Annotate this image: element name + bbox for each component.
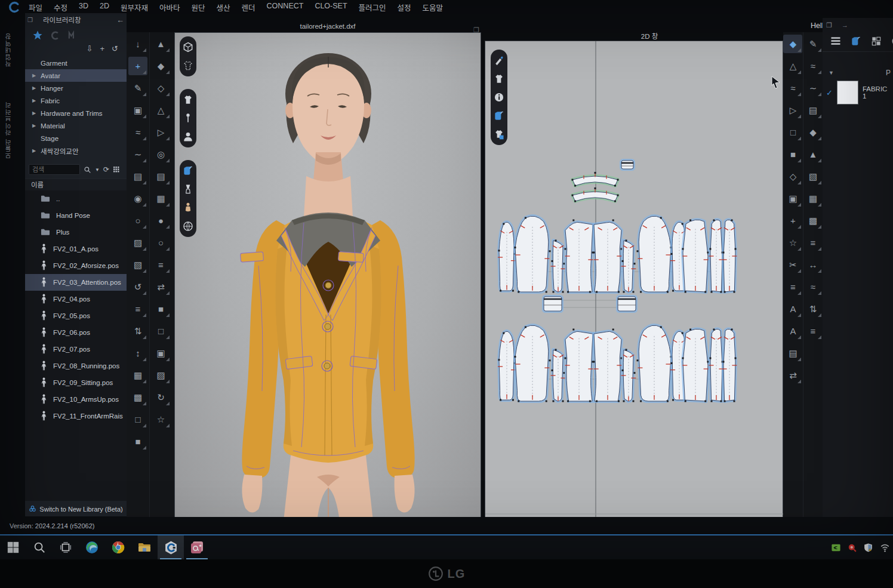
menu-item--[interactable]: 플러그인: [359, 2, 386, 13]
grid-view-icon[interactable]: [113, 166, 120, 173]
wifi-tray-icon[interactable]: [879, 543, 891, 553]
list-item-pose[interactable]: FV2_11_FrontArmRais: [25, 408, 127, 424]
list-item-pose[interactable]: FV2_08_Running.pos: [25, 358, 127, 374]
topstitch-tool[interactable]: ≡: [803, 233, 823, 252]
download-icon[interactable]: ⇩: [87, 44, 93, 53]
free-sewing-tool[interactable]: ∼: [803, 79, 823, 97]
pen-icon[interactable]: [492, 54, 506, 67]
expand-arrow-icon[interactable]: ▶: [32, 123, 41, 128]
pattern-piece-collar-upper[interactable]: [572, 172, 619, 187]
zipper-tool[interactable]: ≡: [152, 255, 171, 274]
chrome-browser-icon[interactable]: [105, 535, 131, 559]
pattern-piece-back-side-a-2[interactable]: [709, 329, 724, 402]
expand-arrow-icon[interactable]: ▶: [32, 148, 41, 153]
menu-item--[interactable]: 도움말: [423, 2, 444, 13]
remove-pin-tool[interactable]: ○: [128, 211, 147, 230]
pattern-piece-side-panel-right-2[interactable]: [621, 349, 636, 402]
tack-tool[interactable]: ☆: [152, 410, 171, 429]
segment-sewing-tool[interactable]: ≈: [128, 123, 147, 141]
pattern-piece-back-side-b[interactable]: [722, 220, 737, 293]
list-item-pose[interactable]: FV2_09_Sitting.pos: [25, 374, 127, 391]
expand-arrow-icon[interactable]: ▶: [32, 98, 41, 103]
knit-texture-tool[interactable]: ▦: [803, 189, 823, 208]
list-item-pose[interactable]: FV2_06.pos: [25, 324, 127, 341]
text-tool[interactable]: A: [783, 300, 802, 318]
pattern-piece-front-left-2[interactable]: [565, 329, 594, 402]
zigzag-stitch-tool[interactable]: ≈: [803, 278, 823, 296]
flatten-leg-tool[interactable]: △: [152, 101, 171, 119]
menu-item--[interactable]: 원부자재: [121, 2, 148, 13]
padding-c-tool[interactable]: ▣: [152, 344, 171, 362]
steam-tool[interactable]: ◎: [152, 145, 171, 164]
expander-chevron-icon[interactable]: ▼: [829, 70, 834, 76]
viewport-2d[interactable]: [485, 41, 783, 521]
sidebar-item-hardware-and-trims[interactable]: ▶Hardware and Trims: [25, 107, 127, 119]
puckering-tool[interactable]: ▧: [803, 167, 823, 186]
menu-item--[interactable]: 설정: [398, 2, 411, 13]
intersect-tool[interactable]: +: [783, 211, 802, 230]
list-item-pose[interactable]: FV2_10_ArmsUp.pos: [25, 391, 127, 408]
tshirt-icon[interactable]: [492, 72, 506, 85]
list-item-folder[interactable]: Hand Pose: [25, 207, 127, 224]
buttonhole-tool[interactable]: ○: [152, 233, 171, 252]
undo-icon[interactable]: ↺: [112, 44, 118, 53]
tab-pattern[interactable]: [869, 35, 883, 51]
pattern-piece-front-right-2[interactable]: [593, 329, 623, 402]
iron-tool[interactable]: ◆: [803, 123, 823, 141]
transform-pattern-tool[interactable]: ◆: [783, 35, 802, 53]
menu-item-clo-set[interactable]: CLO-SET: [315, 2, 347, 13]
menu-item-2d[interactable]: 2D: [100, 2, 109, 13]
padding-d-tool[interactable]: ▨: [152, 366, 171, 384]
pin-icon[interactable]: [181, 112, 195, 125]
color-picker-tray-icon[interactable]: [847, 543, 857, 553]
pattern-piece-side-panel-left-2[interactable]: [551, 349, 566, 402]
edge-browser-icon[interactable]: [79, 535, 105, 559]
import-tool[interactable]: ↓: [128, 35, 147, 53]
fuse-tool[interactable]: ↻: [152, 388, 171, 407]
edit-pattern-tool[interactable]: △: [783, 57, 802, 75]
sidebar-item-material[interactable]: ▶Material: [25, 119, 127, 132]
flip-garment-tool[interactable]: ▲: [803, 145, 823, 164]
add-point-tool[interactable]: ▷: [783, 101, 802, 119]
clo-set-taskbar-icon[interactable]: [184, 535, 210, 559]
pattern-piece-side-panel-right[interactable]: [621, 240, 636, 293]
list-item-folder[interactable]: Plus: [25, 224, 127, 241]
sidebar-item-stage[interactable]: Stage: [25, 132, 127, 144]
mannequin-icon[interactable]: [181, 201, 195, 214]
nvidia-tray-icon[interactable]: [831, 543, 841, 553]
lift-garment-tool[interactable]: ⇅: [128, 322, 147, 340]
menu-item--[interactable]: 파일: [29, 2, 42, 13]
menu-item--[interactable]: 원단: [192, 2, 205, 13]
list-item-pose[interactable]: FV2_07.pos: [25, 341, 127, 358]
clone-pattern-tool[interactable]: ▣: [783, 189, 802, 208]
spotlight-icon[interactable]: [181, 183, 195, 196]
list-item-pose[interactable]: FV2_03_Attention.pos: [25, 274, 127, 291]
button-tool[interactable]: ●: [152, 211, 171, 230]
person-icon[interactable]: [181, 130, 195, 143]
menu-item--[interactable]: 아바타: [159, 2, 180, 13]
fold-arrangement-tool[interactable]: ▨: [128, 233, 147, 252]
edit-curvature-tool[interactable]: ≈: [783, 79, 802, 97]
fabric-icon[interactable]: [181, 164, 195, 177]
seam-allowance-tool[interactable]: ≡: [783, 278, 802, 296]
tape-measure-tool[interactable]: ≡: [128, 300, 147, 318]
globe-icon[interactable]: [181, 220, 195, 233]
pattern-piece-waistband-right[interactable]: [618, 297, 636, 311]
collapse-panel-icon[interactable]: ←: [116, 16, 124, 24]
fabric-icon[interactable]: [492, 109, 506, 122]
list-item-pose[interactable]: FV2_05.pos: [25, 307, 127, 324]
pin-tool[interactable]: ◉: [128, 189, 147, 208]
sculpt-tool[interactable]: ✎: [128, 79, 147, 97]
detect-sewing-tool[interactable]: ▤: [128, 167, 147, 186]
docked-tab-1[interactable]: 모듈러 라이브러리: [4, 101, 13, 159]
expand-arrow-icon[interactable]: ▶: [32, 85, 41, 91]
menu-item-connect[interactable]: CONNECT: [267, 2, 304, 13]
grainline-tool[interactable]: ↕: [128, 344, 147, 362]
menu-item--[interactable]: 렌더: [242, 2, 255, 13]
expand-arrow-icon[interactable]: ▶: [32, 73, 41, 78]
sidebar-item-fabric[interactable]: ▶Fabric: [25, 94, 127, 107]
woven-texture-tool[interactable]: ▩: [803, 211, 823, 230]
drape-tool[interactable]: ▧: [128, 255, 147, 274]
pattern-piece-back-left-2[interactable]: [682, 329, 709, 402]
pattern-piece-pocket-flap-small[interactable]: [621, 161, 633, 169]
